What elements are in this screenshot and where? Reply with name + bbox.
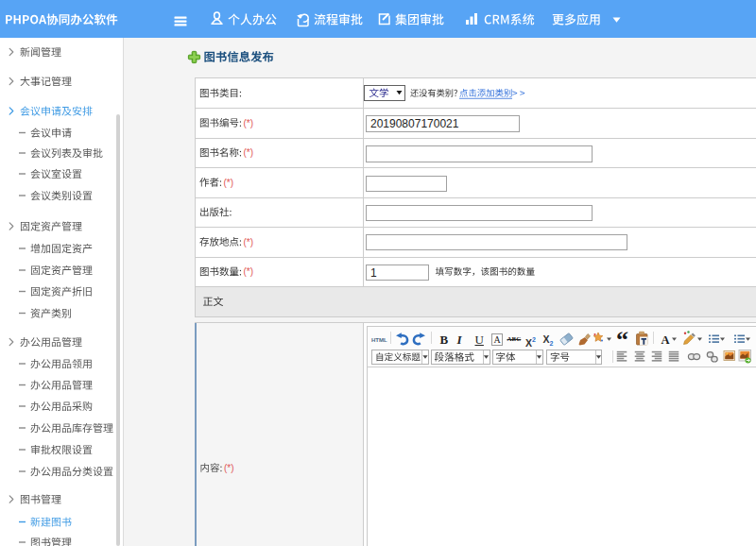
svg-text:A: A (662, 333, 670, 347)
svg-text:“: “ (616, 326, 628, 353)
